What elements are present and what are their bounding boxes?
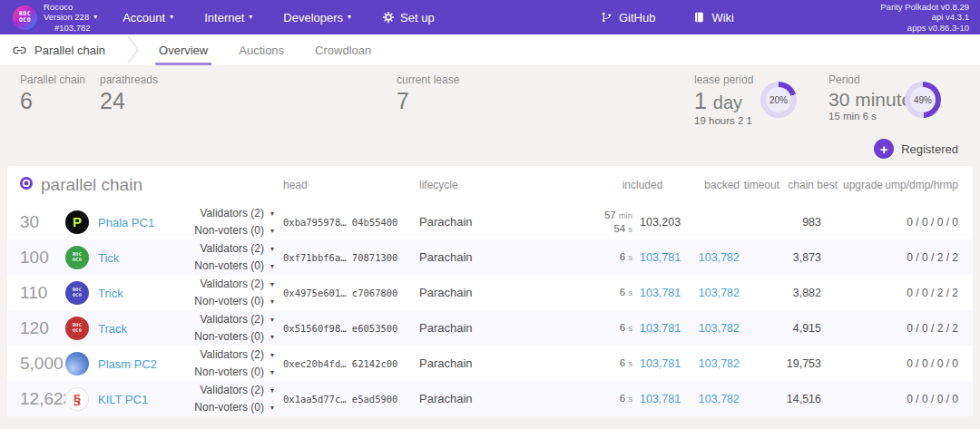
validators-expander[interactable]: Non-voters (0)▾ xyxy=(192,364,274,381)
period-progress-ring: 49% xyxy=(905,82,941,118)
upgrade-value xyxy=(838,310,883,346)
validators-cell: Validators (2)▾Non-voters (0)▾ xyxy=(192,239,283,275)
table-row: 100ROCOCOTickValidators (2)▾Non-voters (… xyxy=(7,239,973,275)
chevron-down-icon: ▾ xyxy=(270,261,274,272)
tab-overview[interactable]: Overview xyxy=(155,34,211,65)
chain-best-value: 4,915 xyxy=(779,310,838,346)
menu-account[interactable]: Account▾ xyxy=(122,11,173,24)
validators-expander[interactable]: Non-voters (0)▾ xyxy=(192,328,274,346)
ump-dmp-hrmp-value: 0 / 0 / 2 / 2 xyxy=(883,275,973,310)
parachain-name-link[interactable]: Tick xyxy=(98,250,119,264)
parachain-name-link[interactable]: Plasm PC2 xyxy=(98,356,157,370)
table-header-row: parallel chain head lifecycle included b… xyxy=(7,166,973,204)
lease-period-percent: 20% xyxy=(760,82,797,118)
parachain-name-link[interactable]: KILT PC1 xyxy=(98,392,148,405)
plus-icon: + xyxy=(874,139,894,159)
tab-crowdloan[interactable]: Crowdloan xyxy=(311,34,375,65)
para-id: 100 xyxy=(7,239,65,275)
col-head: head xyxy=(283,166,419,204)
chevron-down-icon: ▾ xyxy=(249,13,252,21)
para-id: 5,000 xyxy=(7,346,65,381)
included-block-number[interactable]: 103,781 xyxy=(632,239,689,275)
parachain-table-body: 30PPhala PC1Validators (2)▾Non-voters (0… xyxy=(7,204,973,416)
lifecycle-value: Parachain xyxy=(419,310,596,346)
chevron-down-icon: ▾ xyxy=(93,13,97,21)
table-row: 12,623§KILT PC1Validators (2)▾Non-voters… xyxy=(7,381,973,416)
github-link[interactable]: GitHub xyxy=(601,11,655,24)
backed-block-number[interactable]: 103,782 xyxy=(689,275,740,310)
validators-expander[interactable]: Non-voters (0)▾ xyxy=(192,293,274,310)
registered-button[interactable]: + Registered xyxy=(874,139,958,159)
chevron-down-icon: ▾ xyxy=(270,244,274,255)
upgrade-value xyxy=(838,275,883,310)
validators-cell: Validators (2)▾Non-voters (0)▾ xyxy=(192,310,283,346)
chevron-down-icon: ▾ xyxy=(270,209,274,219)
parachains-table: parallel chain head lifecycle included b… xyxy=(7,166,973,416)
backed-block-number xyxy=(689,204,740,239)
menu-internet[interactable]: Internet▾ xyxy=(204,11,252,24)
chevron-down-icon: ▾ xyxy=(270,297,274,307)
rococo-logo[interactable]: ROCOCO xyxy=(13,5,37,30)
lease-period-progress-ring: 20% xyxy=(760,82,797,118)
menu-setup[interactable]: Set up xyxy=(382,11,435,24)
link-icon xyxy=(13,44,26,57)
head-hash: 0x4975e601… c7067800 xyxy=(283,275,419,310)
included-block-number[interactable]: 103,781 xyxy=(632,381,689,416)
validators-expander[interactable]: Non-voters (0)▾ xyxy=(192,258,274,275)
validators-expander[interactable]: Validators (2)▾ xyxy=(192,382,274,399)
included-block-number[interactable]: 103,781 xyxy=(632,346,689,381)
parachain-name-link[interactable]: Phala PC1 xyxy=(98,215,154,229)
col-timeout: timeout xyxy=(740,166,779,204)
menu-developers[interactable]: Developers▾ xyxy=(283,11,351,24)
table-row: 120ROCOCOTrackValidators (2)▾Non-voters … xyxy=(7,310,973,346)
para-id: 110 xyxy=(7,275,65,310)
validators-expander[interactable]: Validators (2)▾ xyxy=(192,240,274,258)
included-block-number[interactable]: 103,781 xyxy=(632,310,689,346)
tab-auctions[interactable]: Auctions xyxy=(235,34,288,65)
col-lifecycle: lifecycle xyxy=(419,166,596,204)
version-dropdown[interactable]: Version 228▾ xyxy=(44,12,97,22)
timeout-value xyxy=(740,204,779,239)
validators-expander[interactable]: Validators (2)▾ xyxy=(192,276,274,293)
parachain-name-link[interactable]: Trick xyxy=(98,286,123,299)
head-hash: 0xba795978… 04b55400 xyxy=(283,204,419,239)
included-block-number[interactable]: 103,781 xyxy=(632,275,689,310)
timeout-value xyxy=(740,381,779,416)
parachain-name-link[interactable]: Track xyxy=(98,321,127,335)
validators-expander[interactable]: Validators (2)▾ xyxy=(192,346,274,364)
ump-dmp-hrmp-value: 0 / 0 / 2 / 2 xyxy=(883,239,973,275)
upgrade-value xyxy=(838,346,883,381)
para-id: 12,623 xyxy=(7,381,65,416)
included-elapsed: 6s xyxy=(596,275,632,310)
lifecycle-value: Parachain xyxy=(419,346,596,381)
col-backed: backed xyxy=(689,166,740,204)
wiki-link[interactable]: Wiki xyxy=(693,11,734,24)
para-id: 30 xyxy=(7,204,65,239)
para-id: 120 xyxy=(7,310,65,346)
backed-block-number[interactable]: 103,782 xyxy=(689,310,740,346)
chevron-down-icon: ▾ xyxy=(270,279,274,290)
ump-dmp-hrmp-value: 0 / 0 / 0 / 0 xyxy=(883,346,973,381)
chevron-down-icon: ▾ xyxy=(348,13,351,21)
stat-current-lease: current lease 7 xyxy=(397,73,459,114)
trick-rococo-logo: ROCOCO xyxy=(65,281,89,305)
validators-expander[interactable]: Non-voters (0)▾ xyxy=(192,399,274,416)
backed-block-number[interactable]: 103,782 xyxy=(689,239,740,275)
included-elapsed: 6s xyxy=(596,239,632,275)
chevron-down-icon: ▾ xyxy=(270,226,274,237)
chevron-down-icon: ▾ xyxy=(270,332,274,343)
validators-expander[interactable]: Validators (2)▾ xyxy=(192,205,274,222)
included-elapsed: 6s xyxy=(596,381,632,416)
col-chain-best: chain best xyxy=(779,166,838,204)
included-elapsed: 6s xyxy=(596,346,632,381)
backed-block-number[interactable]: 103,782 xyxy=(689,381,740,416)
validators-expander[interactable]: Non-voters (0)▾ xyxy=(192,222,274,239)
included-elapsed: 6s xyxy=(596,310,632,346)
validators-expander[interactable]: Validators (2)▾ xyxy=(192,311,274,328)
network-name: Rococo xyxy=(44,2,97,12)
network-info: Rococo Version 228▾ #103,782 xyxy=(44,2,97,33)
backed-block-number[interactable]: 103,782 xyxy=(689,346,740,381)
lifecycle-value: Parachain xyxy=(419,239,596,275)
kilt-logo: § xyxy=(65,387,89,411)
chevron-down-icon: ▾ xyxy=(270,385,274,396)
